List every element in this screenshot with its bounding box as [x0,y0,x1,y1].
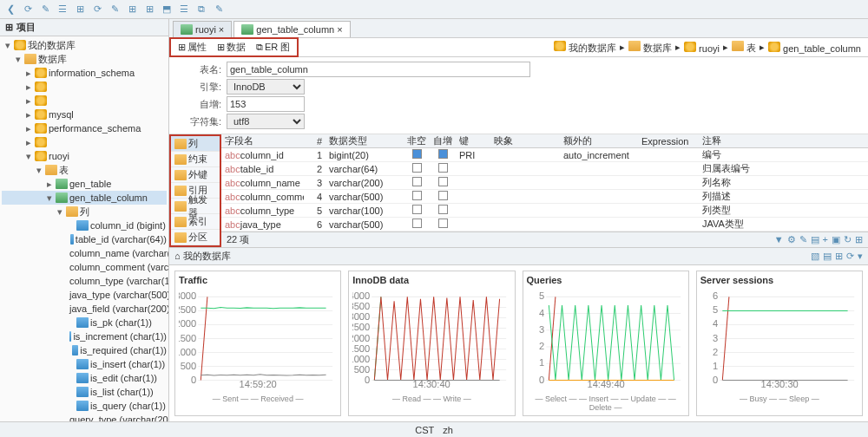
side-nav-item[interactable]: 分区 [171,230,220,245]
tree-item[interactable]: is_edit (char(1)) [2,371,167,385]
tree-item[interactable]: ▾gen_table_column [2,191,167,205]
breadcrumb-item[interactable]: 我的数据库 [554,41,616,55]
chart-title: Queries [527,275,685,285]
column-header[interactable]: 字段名 [221,134,304,147]
toolbar-icon[interactable]: ☰ [56,3,69,16]
tree-item[interactable]: ▸ [2,94,167,108]
column-header[interactable]: 额外的 [560,134,638,147]
tree-item[interactable]: column_name (varchar(200)) [2,246,167,260]
tree-item[interactable]: is_pk (char(1)) [2,316,167,329]
close-icon: × [337,24,342,35]
editor-tab[interactable]: ruoyi× [173,21,232,37]
breadcrumb-item[interactable]: 数据库 [628,41,672,55]
side-nav-item[interactable]: 外键 [171,167,220,183]
tree-item[interactable]: java_field (varchar(200)) [2,302,167,316]
table-row[interactable]: abccolumn_name3varchar(200)列名称 [221,176,868,190]
toolbar-icon[interactable]: ✎ [212,3,226,16]
svg-text:2: 2 [539,341,544,351]
chart-title: Server sessions [700,275,858,285]
column-header[interactable]: Expression [638,136,699,147]
prop-autoinc-input[interactable] [227,96,305,112]
panel-title: 项目 [16,21,36,34]
breadcrumb-item[interactable]: 表 [732,41,756,55]
tree-item[interactable]: is_insert (char(1)) [2,357,167,371]
tree-item[interactable]: ▸performance_schema [2,121,167,135]
svg-text:1000: 1000 [352,354,370,364]
dashboard-panel: ⌂ 我的数据库 ▧▤⊞⟳▾ Traffic0500100015002000250… [169,247,868,421]
column-header[interactable]: 注释 [699,134,868,147]
svg-text:6: 6 [713,290,718,301]
tree-item[interactable]: ▾表 [2,163,167,177]
tree-item[interactable]: is_query (char(1)) [2,399,167,413]
dashboard-tools[interactable]: ▧▤⊞⟳▾ [811,251,863,262]
tree-item[interactable]: is_list (char(1)) [2,385,167,399]
svg-text:0: 0 [365,375,370,385]
side-nav-item[interactable]: 约束 [171,152,220,167]
tree-item[interactable]: query_type (varchar(200)) [2,413,167,421]
tree-item[interactable]: ▸gen_table [2,177,167,191]
tree-item[interactable]: ▾我的数据库 [2,38,167,52]
side-nav: 列约束外键引用触发器索引分区StatisticsDDLVirtual [169,134,221,247]
tree-item[interactable]: ▸ [2,135,167,149]
table-row[interactable]: abccolumn_comment4varchar(500)列描述 [221,190,868,204]
toolbar-icon[interactable]: ⟳ [90,3,104,16]
grid-tools[interactable]: ▼⚙✎▤+▣↻⊞ [774,234,863,245]
tree-item[interactable]: column_id (bigint) [2,218,167,232]
breadcrumb-item[interactable]: ruoyi [684,42,720,54]
tree-item[interactable]: is_increment (char(1)) [2,329,167,343]
tree-item[interactable]: table_id (varchar(64)) [2,232,167,246]
svg-text:14:30:40: 14:30:40 [413,379,450,389]
breadcrumb-item[interactable]: gen_table_column [768,42,861,54]
prop-engine-label: 引擎: [178,81,221,94]
svg-text:2000: 2000 [352,333,370,343]
column-header[interactable]: # [304,136,326,147]
svg-text:3000: 3000 [352,311,370,322]
tree-item[interactable]: column_comment (varchar(500)) [2,260,167,274]
grid-body[interactable]: abccolumn_id1bigint(20)PRIauto_increment… [221,148,868,232]
tree-item[interactable]: java_type (varchar(500)) [2,288,167,302]
toolbar-icon[interactable]: ☰ [177,3,191,16]
column-header[interactable]: 数据类型 [326,134,404,147]
sub-tab[interactable]: ⧉ER 图 [251,39,295,55]
tree-item[interactable]: ▾列 [2,205,167,218]
editor-tab[interactable]: gen_table_column× [233,21,350,37]
tree-item[interactable]: ▸mysql [2,108,167,121]
svg-text:2500: 2500 [352,322,370,332]
locale: zh [443,425,453,435]
tree-item[interactable]: ▾ruoyi [2,149,167,163]
table-row[interactable]: abcjava_type6varchar(500)JAVA类型 [221,218,868,232]
svg-text:4: 4 [713,318,718,329]
toolbar-icon[interactable]: ✎ [38,3,52,16]
toolbar-icon[interactable]: ✎ [108,3,122,16]
tree-item[interactable]: is_required (char(1)) [2,343,167,357]
toolbar-icon[interactable]: ⊞ [73,3,87,16]
column-header[interactable]: 非空 [404,134,430,147]
toolbar-icon[interactable]: ⊞ [142,3,156,16]
column-header[interactable]: 键 [456,134,490,147]
project-panel-header: ⊞ 项目 [0,19,168,36]
tree-item[interactable]: ▸information_schema [2,66,167,80]
prop-engine-select[interactable]: InnoDB [227,79,305,95]
table-row[interactable]: abccolumn_type5varchar(100)列类型 [221,204,868,218]
table-row[interactable]: abccolumn_id1bigint(20)PRIauto_increment… [221,148,868,162]
project-tree[interactable]: ▾我的数据库▾数据库▸information_schema▸▸▸mysql▸pe… [0,36,168,421]
column-header[interactable]: 映象 [490,134,560,147]
side-nav-item[interactable]: 触发器 [171,199,220,214]
toolbar-icon[interactable]: ⊞ [125,3,139,16]
toolbar-icon[interactable]: ⬒ [160,3,174,16]
prop-name-input[interactable] [227,62,530,77]
prop-charset-select[interactable]: utf8 [227,114,305,129]
side-nav-item[interactable]: 列 [171,136,220,152]
toolbar-icon[interactable]: ❮ [3,3,17,16]
sub-tab[interactable]: ⊞属性 [173,39,212,55]
tree-item[interactable]: column_type (varchar(100)) [2,274,167,288]
column-header[interactable]: 自增 [430,134,456,147]
table-row[interactable]: abctable_id2varchar(64)归属表编号 [221,162,868,176]
tree-item[interactable]: ▸ [2,80,167,94]
toolbar-icon[interactable]: ⟳ [21,3,35,16]
sub-tab[interactable]: ⊞数据 [212,39,251,55]
project-panel: ⊞ 项目 ▾我的数据库▾数据库▸information_schema▸▸▸mys… [0,19,169,421]
svg-text:1500: 1500 [352,343,370,354]
tree-item[interactable]: ▾数据库 [2,52,167,66]
toolbar-icon[interactable]: ⧉ [194,3,208,16]
